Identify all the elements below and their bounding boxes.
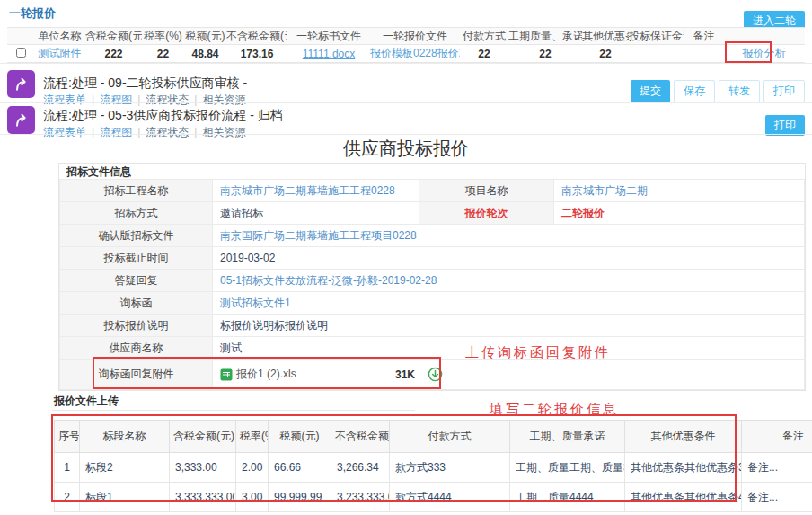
workflow2-buttons: 打印 [765,115,805,136]
download-icon[interactable] [428,367,443,382]
col-quote-doc: 一轮报价文件 [370,29,460,44]
cell-section-name: 标段2 [80,453,170,483]
workflow2-title: 流程:处理 - 05-3供应商投标报价流程 - 归档 [43,108,283,124]
col-tax-rate: 税率(%) [142,29,184,44]
quote-doc-link[interactable]: 报价模板0228报价2.xls [370,47,460,59]
link-related-resources[interactable]: 相关资源 [202,93,245,106]
bid-info-table: 招标工程名称 南京城市广场二期幕墙施工工程0228 项目名称 南京城市广场二期 … [59,179,805,390]
excel-file-icon [220,368,233,381]
label-quote-note: 投标报价说明 [60,315,213,337]
annotation-fill-text: 填写二轮报价信息 [490,401,619,418]
col-payment: 付款方式 [390,421,510,453]
col-tax-rate: 税率(%) [236,421,269,453]
divider [0,134,812,135]
label-project: 招标工程名称 [60,180,213,202]
cell-other-terms: 22 [582,48,629,60]
workflow1-title: 流程:处理 - 09-二轮投标供应商审核 - [43,75,247,92]
annotation-upload-text: 上传询标函回复附件 [465,344,611,361]
quote-table: 序号 标段名称 含税金额(元) 税率(%) 税额(元) 不含税金额(元) 付款方… [54,420,812,512]
unit-name-link[interactable]: 测试附件 [39,47,82,59]
cell-section-name: 标段1 [80,483,170,512]
value-inquiry[interactable]: 测试招标文件1 [220,297,291,309]
col-tax-amount: 税额(元) [269,421,331,453]
divider [0,63,812,64]
link-flow-chart[interactable]: 流程图 [100,93,132,106]
bid-info-section: 招标文件信息 招标工程名称 南京城市广场二期幕墙施工工程0228 项目名称 南京… [58,163,806,391]
label-qa-reply: 答疑回复 [60,270,213,292]
col-bid-bond: 投标保证金证... [629,29,684,44]
label-inquiry-reply-attachment: 询标函回复附件 [60,360,213,390]
cell-amount-incl: 222 [85,48,142,60]
cell-tax-rate: 2.00 [236,453,269,483]
page-title: 供应商投标报价 [0,137,812,161]
value-confirm-doc[interactable]: 南京国际广场二期幕墙施工工程项目0228 [220,229,417,242]
col-other-terms: 其他优惠条件 [582,29,629,44]
label-project-name: 项目名称 [419,180,554,202]
label-method: 招标方式 [60,202,213,225]
cell-seq: 1 [55,453,80,483]
divider [52,410,415,411]
quote-table-header: 序号 标段名称 含税金额(元) 税率(%) 税额(元) 不含税金额(元) 付款方… [55,421,812,453]
cell-tax-amount: 48.84 [184,48,226,60]
cell-tax-amount: 66.66 [269,453,331,483]
cell-amount-excl: 3,266.34 [331,453,390,483]
round1-table-header: 单位名称 含税金额(元) 税率(%) 税额(元) 不含税金额(元) 一轮标书文件… [7,28,805,45]
print-button[interactable]: 打印 [765,115,805,136]
submit-button[interactable]: 提交 [631,80,670,102]
cell-remark: 备注... [742,453,812,483]
round1-title: 一轮报价 [9,5,56,22]
col-section-name: 标段名称 [80,421,170,453]
col-tax-amount: 税额(元) [184,29,226,44]
section-title-quote-upload: 报价文件上传 [54,394,119,409]
workflow-icon [7,70,35,98]
cell-tax-amount: 99,999.99 [269,483,331,512]
attachment-filename[interactable]: 报价1 (2).xls [236,367,395,382]
quote-analysis-link[interactable]: 报价分析 [743,47,786,59]
cell-amount-excl: 173.16 [226,48,287,60]
col-payment: 付款方式 [460,29,508,44]
col-duration-quality: 工期、质量承诺 [510,421,625,453]
value-project-name[interactable]: 南京城市广场二期 [561,184,648,197]
col-seq: 序号 [55,421,80,453]
value-deadline: 2019-03-02 [213,247,805,270]
workflow-icon [7,106,35,134]
label-confirm-doc: 确认版招标文件 [60,225,213,247]
col-amount-incl: 含税金额(元) [170,421,236,453]
attachment-item: 报价1 (2).xls 31K [220,367,443,382]
label-round: 报价轮次 [419,202,554,225]
cell-tax-rate: 3.00 [236,483,269,512]
label-supplier: 供应商名称 [60,337,213,360]
link-flow-form[interactable]: 流程表单 [43,93,86,106]
col-remark: 备注 [742,421,812,453]
col-unit-name: 单位名称 [34,29,85,44]
print-button[interactable]: 打印 [763,80,805,102]
cell-amount-excl: 3,233,333.01 [331,483,390,512]
col-amount-incl: 含税金额(元) [85,29,142,44]
label-inquiry: 询标函 [60,292,213,315]
table-row: 测试附件 222 22 48.84 173.16 11111.docx 报价模板… [7,45,805,63]
cell-duration-quality: 22 [508,48,582,60]
row-checkbox[interactable] [16,48,26,58]
quote-table-wrap: 序号 标段名称 含税金额(元) 税率(%) 税额(元) 不含税金额(元) 付款方… [54,420,812,512]
cell-duration-quality: 工期、质量工期、质量3333 [510,453,625,483]
value-project[interactable]: 南京城市广场二期幕墙施工工程0228 [220,184,395,197]
col-duration-quality: 工期质量、承诺 [508,29,582,44]
value-quote-note: 标报价说明标报价说明 [213,315,805,337]
cell-payment: 款方式4444 [390,483,510,512]
cell-amount-incl: 3,333.00 [170,453,236,483]
attachment-size: 31K [395,368,415,381]
forward-button[interactable]: 转发 [719,80,760,102]
cell-payment: 22 [460,48,508,60]
col-bid-doc: 一轮标书文件 [287,29,370,44]
value-round: 二轮报价 [561,207,605,219]
col-remark: 备注 [684,29,723,44]
value-qa-reply[interactable]: 05-1招标文件发放流程-泛微-孙毅-2019-02-28 [220,274,437,287]
cell-duration-quality: 工期、质量4444 [510,483,625,512]
save-button[interactable]: 保存 [674,80,715,102]
col-amount-excl: 不含税金额(元) [331,421,390,453]
cell-amount-incl: 3,333,333.00 [170,483,236,512]
round1-table: 单位名称 含税金额(元) 税率(%) 税额(元) 不含税金额(元) 一轮标书文件… [7,27,805,63]
bid-doc-link[interactable]: 11111.docx [303,48,356,60]
link-flow-status[interactable]: 流程状态 [146,93,189,106]
cell-seq: 2 [55,483,80,512]
